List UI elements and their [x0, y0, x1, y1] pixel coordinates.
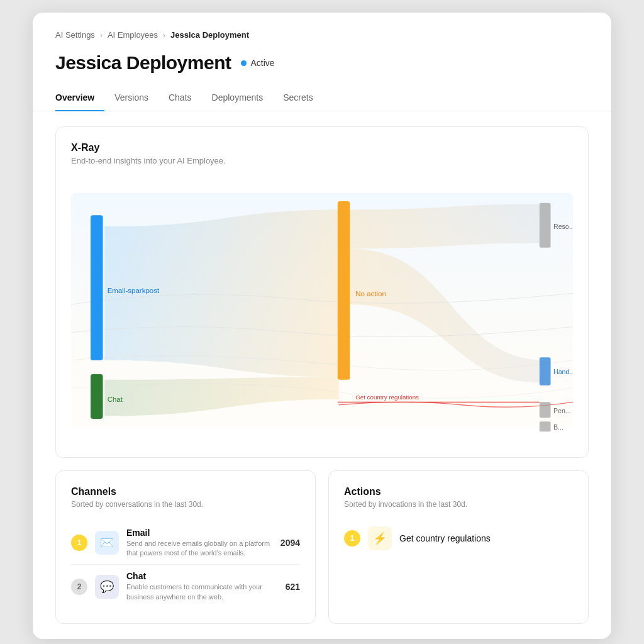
svg-rect-15: [540, 421, 551, 431]
email-name: Email: [126, 528, 273, 538]
sankey-chart: Email-sparkpost Chat No action Get count…: [71, 178, 573, 442]
channel-item-chat: 2 💬 Chat Enable customers to communicate…: [71, 565, 300, 608]
email-icon: ✉️: [95, 531, 119, 555]
email-count: 2094: [280, 538, 300, 548]
chat-name: Chat: [126, 571, 278, 581]
action-icon-1: ⚡: [368, 526, 392, 550]
breadcrumb-current: Jessica Deployment: [170, 30, 249, 40]
svg-text:Get country regulations: Get country regulations: [355, 393, 419, 400]
action-rank-1: 1: [344, 530, 360, 547]
breadcrumb-ai-employees[interactable]: AI Employees: [108, 30, 158, 40]
channels-subtitle: Sorted by conversations in the last 30d.: [71, 500, 300, 509]
status-badge: Active: [241, 58, 274, 68]
main-window: AI Settings › AI Employees › Jessica Dep…: [33, 13, 611, 639]
svg-rect-9: [540, 203, 551, 247]
svg-rect-3: [91, 374, 103, 418]
svg-rect-11: [540, 357, 551, 385]
tab-versions[interactable]: Versions: [104, 87, 158, 111]
chat-desc: Enable customers to communicate with you…: [126, 582, 278, 602]
svg-rect-5: [338, 201, 350, 380]
channels-card: Channels Sorted by conversations in the …: [55, 470, 316, 625]
channel-item-email: 1 ✉️ Email Send and receive emails globa…: [71, 521, 300, 565]
svg-text:Hand...: Hand...: [553, 367, 573, 375]
xray-title: X-Ray: [71, 142, 573, 153]
tab-overview[interactable]: Overview: [55, 87, 104, 111]
action-name-1: Get country regulations: [399, 533, 491, 543]
action-item-1: 1 ⚡ Get country regulations: [344, 521, 573, 555]
email-info: Email Send and receive emails globally o…: [126, 528, 273, 558]
chat-count: 621: [286, 582, 300, 592]
breadcrumb: AI Settings › AI Employees › Jessica Dep…: [33, 13, 611, 47]
svg-text:Reso...: Reso...: [553, 223, 573, 230]
channels-title: Channels: [71, 486, 300, 497]
actions-subtitle: Sorted by invocations in the last 30d.: [344, 500, 573, 509]
tab-chats[interactable]: Chats: [158, 87, 202, 111]
svg-text:Pen...: Pen...: [553, 407, 571, 414]
status-label: Active: [250, 58, 274, 68]
page-header: Jessica Deployment Active: [33, 47, 611, 74]
tab-deployments[interactable]: Deployments: [202, 87, 274, 111]
actions-title: Actions: [344, 486, 573, 497]
svg-text:Chat: Chat: [108, 396, 123, 403]
svg-rect-13: [540, 402, 551, 418]
svg-text:Email-sparkpost: Email-sparkpost: [108, 287, 160, 294]
rank-badge-2: 2: [71, 579, 87, 595]
email-desc: Send and receive emails globally on a pl…: [126, 539, 273, 558]
main-content: X-Ray End-to-end insights into your AI E…: [33, 111, 611, 640]
tab-secrets[interactable]: Secrets: [273, 87, 323, 111]
svg-rect-1: [91, 215, 103, 360]
page-title: Jessica Deployment: [55, 52, 231, 74]
chat-icon: 💬: [95, 575, 119, 599]
actions-card: Actions Sorted by invocations in the las…: [328, 470, 589, 625]
xray-subtitle: End-to-end insights into your AI Employe…: [71, 156, 573, 165]
breadcrumb-ai-settings[interactable]: AI Settings: [55, 30, 95, 40]
breadcrumb-sep-1: ›: [100, 31, 103, 40]
bottom-row: Channels Sorted by conversations in the …: [55, 470, 589, 625]
breadcrumb-sep-2: ›: [163, 31, 165, 40]
chat-info: Chat Enable customers to communicate wit…: [126, 571, 278, 602]
tab-bar: Overview Versions Chats Deployments Secr…: [33, 76, 611, 111]
svg-text:No action: No action: [355, 289, 386, 297]
status-dot: [241, 60, 247, 66]
xray-card: X-Ray End-to-end insights into your AI E…: [55, 126, 589, 458]
rank-badge-1: 1: [71, 535, 87, 551]
svg-text:B...: B...: [553, 423, 564, 430]
